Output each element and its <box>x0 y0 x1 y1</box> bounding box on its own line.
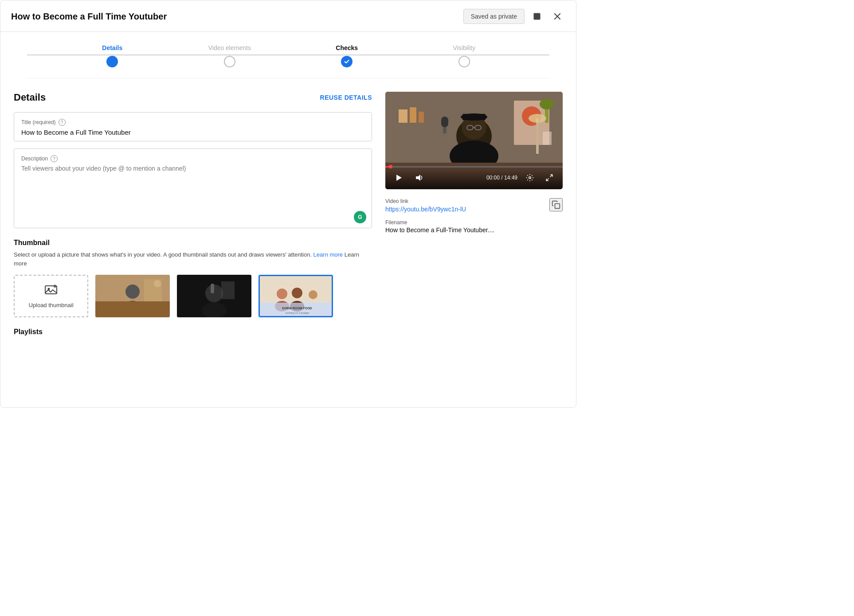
fullscreen-button[interactable] <box>541 170 557 186</box>
step-details[interactable]: Details <box>54 44 171 67</box>
description-help-icon[interactable]: ? <box>51 155 58 162</box>
copy-link-button[interactable] <box>549 198 563 211</box>
description-field: Description ? G <box>14 148 372 228</box>
grammarly-icon: G <box>354 211 366 223</box>
right-panel: 00:00 / 14:49 <box>385 92 563 336</box>
play-button[interactable] <box>391 170 407 186</box>
svg-rect-11 <box>95 301 170 317</box>
svg-rect-36 <box>399 109 407 123</box>
settings-button[interactable] <box>522 170 538 186</box>
svg-rect-18 <box>177 275 251 317</box>
step-checks[interactable]: Checks <box>288 44 406 67</box>
left-panel: Details REUSE DETAILS Title (required) ?… <box>14 92 372 336</box>
svg-text:DORM ROOM FOOD: DORM ROOM FOOD <box>282 307 312 310</box>
playlists-section: Playlists <box>14 328 372 336</box>
svg-point-13 <box>154 280 161 287</box>
step-visibility-circle <box>458 56 470 67</box>
svg-line-55 <box>550 175 552 177</box>
playlists-title: Playlists <box>14 328 372 336</box>
thumbnail-description: Select or upload a picture that shows wh… <box>14 250 372 268</box>
step-details-label: Details <box>102 44 122 51</box>
dialog-title: How to Become a Full Time Youtuber <box>11 12 167 22</box>
learn-more-link[interactable]: Learn more <box>313 251 343 258</box>
title-label: Title (required) ? <box>21 119 364 126</box>
section-header: Details REUSE DETAILS <box>14 92 372 103</box>
video-right-controls <box>522 170 557 186</box>
saved-badge: Saved as private <box>463 9 525 24</box>
svg-rect-57 <box>555 204 560 209</box>
svg-point-35 <box>540 99 554 109</box>
alert-button[interactable]: ! <box>529 8 545 24</box>
title-input[interactable] <box>21 129 364 136</box>
svg-point-21 <box>277 289 287 299</box>
title-help-icon[interactable]: ? <box>59 119 66 126</box>
time-display: 00:00 / 14:49 <box>486 175 517 181</box>
step-checks-label: Checks <box>336 44 358 51</box>
thumbnail-option-3[interactable]: DORM ROOM FOOD cooking on a budget <box>259 275 333 317</box>
filename-block: Filename How to Become a Full-Time Youtu… <box>385 219 563 234</box>
svg-point-50 <box>529 114 546 123</box>
upload-icon <box>44 284 58 298</box>
svg-point-54 <box>529 177 531 179</box>
step-video-elements[interactable]: Video elements <box>171 44 289 67</box>
stepper: Details Video elements Checks Visibility <box>27 32 549 78</box>
svg-marker-52 <box>396 175 402 181</box>
main-content: Details REUSE DETAILS Title (required) ?… <box>0 78 576 345</box>
video-link-row: Video link https://youtu.be/bV9ywc1n-lU <box>385 198 563 213</box>
filename-value: How to Become a Full-Time Youtuber.... <box>385 226 563 234</box>
svg-point-23 <box>292 288 302 298</box>
video-link-url[interactable]: https://youtu.be/bV9ywc1n-lU <box>385 206 466 213</box>
svg-rect-33 <box>543 132 552 145</box>
section-title: Details <box>14 92 46 103</box>
video-metadata: Video link https://youtu.be/bV9ywc1n-lU … <box>385 196 563 234</box>
thumbnail-option-1[interactable] <box>95 275 170 317</box>
upload-thumbnail-label: Upload thumbnail <box>28 302 73 308</box>
svg-rect-19 <box>221 281 235 299</box>
reuse-details-button[interactable]: REUSE DETAILS <box>320 94 372 101</box>
filename-label: Filename <box>385 219 563 226</box>
thumbnail-title: Thumbnail <box>14 239 372 247</box>
step-visibility-label: Visibility <box>453 44 475 51</box>
svg-rect-37 <box>410 107 416 123</box>
video-frame: 00:00 / 14:49 <box>385 92 563 189</box>
svg-text:!: ! <box>536 14 537 19</box>
svg-rect-26 <box>260 303 333 317</box>
video-preview: 00:00 / 14:49 <box>385 92 563 189</box>
svg-rect-38 <box>419 112 424 123</box>
step-visibility[interactable]: Visibility <box>406 44 523 67</box>
svg-rect-45 <box>462 114 486 120</box>
thumbnail-row: Upload thumbnail <box>14 275 372 317</box>
dialog-header: How to Become a Full Time Youtuber Saved… <box>0 0 576 32</box>
video-link-label: Video link <box>385 198 466 204</box>
video-controls: 00:00 / 14:49 <box>385 166 563 189</box>
description-label: Description ? <box>21 155 364 162</box>
svg-rect-49 <box>536 118 539 154</box>
thumbnail-option-2[interactable] <box>177 275 251 317</box>
svg-marker-53 <box>416 175 420 181</box>
step-video-elements-circle <box>224 56 235 67</box>
step-video-elements-label: Video elements <box>208 44 251 51</box>
upload-thumbnail-button[interactable]: Upload thumbnail <box>14 275 88 317</box>
volume-button[interactable] <box>411 170 427 186</box>
description-input[interactable] <box>21 165 364 222</box>
title-field: Title (required) ? <box>14 112 372 141</box>
thumbnail-section: Thumbnail Select or upload a picture tha… <box>14 239 372 317</box>
video-link-block: Video link https://youtu.be/bV9ywc1n-lU <box>385 198 466 213</box>
svg-point-25 <box>309 290 317 299</box>
close-button[interactable] <box>549 8 565 24</box>
svg-text:cooking on a budget: cooking on a budget <box>285 312 309 314</box>
svg-line-56 <box>546 179 548 181</box>
svg-rect-48 <box>441 117 448 127</box>
step-checks-circle <box>341 56 353 67</box>
step-details-circle <box>106 56 118 67</box>
header-actions: Saved as private ! <box>463 8 565 24</box>
svg-point-9 <box>125 285 140 299</box>
